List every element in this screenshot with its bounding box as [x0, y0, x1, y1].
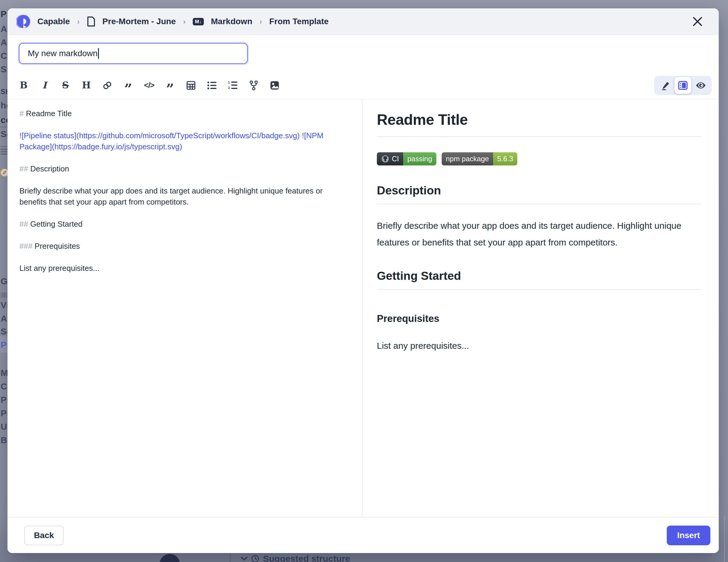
bg-divider	[0, 127, 7, 127]
ordered-list-button[interactable]: 1 2	[226, 78, 240, 93]
markdown-title-value: My new markdown	[28, 49, 97, 58]
chevron-down-icon	[241, 557, 247, 561]
bullet-list-button[interactable]	[205, 78, 219, 93]
modal-header: Capable › Pre-Mortem - June › M↓ Markdow…	[7, 8, 719, 35]
preview-description-heading: Description	[377, 184, 701, 197]
bg-avatar	[160, 554, 180, 562]
breadcrumb-separator: ›	[77, 17, 80, 26]
divider	[377, 289, 701, 289]
view-mode-toggle	[654, 76, 712, 95]
divider	[377, 136, 701, 137]
preview-prerequisites-body: List any prerequisites...	[377, 337, 701, 354]
bg-suggested-structure-label: Suggested structure	[263, 554, 350, 562]
strikethrough-button[interactable]: S	[58, 78, 73, 93]
md-heading3-line: ### Prerequisites	[19, 241, 352, 252]
title-row: My new markdown	[7, 35, 719, 72]
badge-label: npm package	[446, 155, 489, 163]
italic-button[interactable]: I	[37, 78, 52, 93]
table-icon	[186, 81, 196, 90]
code-icon: </>	[144, 81, 155, 90]
badge-label: CI	[392, 155, 399, 163]
md-paragraph: Briefly describe what your app does and …	[19, 186, 352, 208]
bold-button[interactable]: B	[16, 78, 31, 93]
close-icon	[692, 16, 703, 27]
npm-version-badge: npm package 5.6.3	[442, 152, 517, 166]
modal-footer: Back Insert	[7, 517, 719, 553]
breadcrumb-separator: ›	[259, 17, 262, 26]
markdown-source-editor[interactable]: # Readme Title ![Pipeline status](https:…	[7, 99, 363, 517]
breadcrumb-document[interactable]: Pre-Mortem - June	[103, 17, 176, 26]
blockquote-button[interactable]: ”	[163, 78, 177, 93]
bg-divider	[724, 516, 725, 562]
breadcrumb-mode: From Template	[269, 17, 329, 26]
editor-preview-split: # Readme Title ![Pipeline status](https:…	[7, 99, 719, 517]
breadcrumb-separator: ›	[183, 17, 186, 26]
markdown-chip-icon: M↓	[193, 18, 204, 25]
code-button[interactable]: </>	[142, 78, 156, 93]
branch-button[interactable]	[247, 78, 261, 93]
split-view-button[interactable]	[675, 77, 691, 94]
document-icon	[87, 16, 95, 27]
link-icon	[102, 80, 112, 91]
divider	[377, 204, 701, 204]
md-hash: #	[19, 109, 24, 118]
bg-suggested-structure: Suggested structure	[241, 554, 350, 562]
preview-mode-button[interactable]	[694, 78, 708, 93]
markdown-preview-pane: Readme Title CI passing	[363, 99, 719, 517]
md-hash: ###	[19, 242, 32, 251]
image-icon	[270, 81, 279, 90]
clock-icon	[251, 555, 259, 562]
insert-button[interactable]: Insert	[667, 526, 710, 545]
breadcrumb-app[interactable]: Capable	[37, 17, 70, 26]
markdown-template-modal: Capable › Pre-Mortem - June › M↓ Markdow…	[7, 8, 719, 553]
breadcrumb-type[interactable]: Markdown	[211, 17, 252, 26]
md-badges-line[interactable]: ![Pipeline status](https://github.com/mi…	[19, 130, 352, 152]
formatting-toolbar: B I S H ” </> ”	[7, 72, 719, 99]
eye-icon	[695, 82, 706, 89]
svg-text:1: 1	[228, 81, 230, 84]
md-hash: ##	[19, 164, 28, 173]
bg-notes-icon	[0, 145, 8, 158]
link-button[interactable]	[100, 78, 114, 93]
breadcrumb: Capable › Pre-Mortem - June › M↓ Markdow…	[16, 15, 329, 28]
badge-row: CI passing npm package 5.6.3	[377, 152, 701, 166]
github-octocat-icon	[381, 155, 389, 163]
quote-button[interactable]: ”	[121, 78, 135, 93]
bullet-list-icon	[207, 81, 217, 90]
ordered-list-icon: 1 2	[228, 81, 238, 90]
md-heading2-line: ## Getting Started	[19, 219, 352, 230]
capable-logo-icon	[16, 15, 30, 28]
branch-icon	[249, 80, 259, 91]
ci-status-badge: CI passing	[377, 152, 436, 166]
bg-sidebar-fragment: M	[1, 368, 8, 378]
split-view-icon	[678, 81, 688, 90]
image-button[interactable]	[267, 78, 282, 93]
markdown-title-input[interactable]: My new markdown	[19, 43, 248, 64]
back-button[interactable]: Back	[24, 526, 64, 545]
md-paragraph: List any prerequisites...	[19, 263, 352, 274]
bold-icon: B	[20, 81, 27, 90]
bg-divider	[230, 553, 230, 562]
text-caret	[98, 48, 99, 59]
close-button[interactable]	[689, 13, 706, 30]
badge-value: passing	[407, 155, 432, 163]
preview-description-body: Briefly describe what your app does and …	[377, 218, 701, 251]
preview-prerequisites-heading: Prerequisites	[377, 313, 701, 324]
strikethrough-icon: S	[62, 81, 69, 90]
edit-mode-button[interactable]	[658, 78, 672, 93]
preview-getting-started-heading: Getting Started	[377, 270, 701, 282]
md-hash: ##	[19, 220, 28, 229]
heading-icon: H	[82, 81, 91, 90]
heading-button[interactable]: H	[79, 78, 94, 93]
badge-value: 5.6.3	[497, 155, 513, 163]
preview-title: Readme Title	[377, 111, 701, 128]
italic-icon: I	[42, 81, 47, 90]
table-button[interactable]	[184, 78, 198, 93]
bg-book-icon	[0, 290, 8, 300]
md-heading1-line: # Readme Title	[19, 108, 352, 119]
md-heading2-line: ## Description	[19, 163, 352, 174]
pencil-icon	[660, 81, 670, 90]
svg-text:2: 2	[228, 86, 230, 90]
